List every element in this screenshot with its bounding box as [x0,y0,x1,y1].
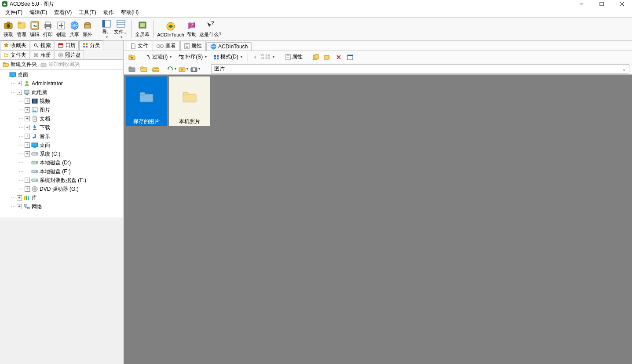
expand-icon[interactable]: + [17,81,22,86]
tab-favorites[interactable]: 收藏夹 [0,40,29,50]
menu-view[interactable]: 查看(V) [51,8,75,17]
tree-node[interactable]: ⋯+文档 [1,114,123,123]
help-button[interactable]: ?帮助 [185,18,198,40]
desktop-icon [9,72,16,78]
expand-icon[interactable]: + [25,116,30,121]
tree-node[interactable]: ⋯+系统封装数据盘 (F:) [1,176,123,185]
svg-point-7 [7,24,10,28]
manage-button[interactable]: 管理 [15,18,28,40]
tab-search[interactable]: 搜索 [30,40,54,50]
tab-categories[interactable]: 分类 [79,40,103,50]
delete-button[interactable] [334,52,343,62]
expand-icon[interactable]: + [25,98,30,104]
new-folder-button[interactable]: 新建文件夹 [3,61,37,68]
svg-rect-86 [217,55,219,57]
menu-actions[interactable]: 动作 [100,8,117,17]
tree-node[interactable]: ⋯+音乐 [1,132,123,141]
tab-view[interactable]: 查看 [153,41,180,51]
acquire-button[interactable]: 获取 [2,18,15,40]
tree-node[interactable]: ⋯+DVD 驱动器 (G:) [1,185,123,193]
tree-node[interactable]: ⋯+系统 (C:) [1,149,123,158]
toolbar-separator [140,53,140,62]
refresh-icon[interactable]: ▾ [166,64,177,74]
folder-icon-1[interactable] [127,64,137,74]
share-button[interactable]: 共享 [68,18,81,40]
properties-button[interactable]: 属性 [283,52,305,62]
thumbnail-area[interactable]: 保存的图片本机照片 [124,75,632,364]
expand-icon[interactable]: + [25,107,30,113]
expand-icon [25,160,30,165]
tree-label: 音乐 [40,133,50,140]
svg-point-29 [34,44,37,46]
filelist-button[interactable]: 文件...▾ [113,18,128,40]
create-button[interactable]: 创建 [55,18,68,40]
maximize-button[interactable] [592,0,612,8]
favorites-folder-icon[interactable]: ▾ [178,64,189,74]
tree-node[interactable]: ⋯本地磁盘 (D:) [1,158,123,167]
expand-icon[interactable]: + [25,142,30,148]
tree-node[interactable]: ⋯+视频 [1,97,123,106]
tree-label: DVD 驱动器 (G:) [40,186,79,193]
svg-point-106 [193,68,195,71]
print-button[interactable]: 打印 [41,18,55,40]
collapse-icon[interactable]: - [17,90,22,95]
history-icon[interactable]: ▾ [190,64,201,74]
toolbar-group-2: 导...▾ 文件...▾ [100,18,128,39]
menu-help[interactable]: 帮助(H) [117,8,142,17]
expand-icon[interactable]: + [25,178,30,183]
audio-button[interactable]: 音频▾ [251,52,277,62]
tab-calendar[interactable]: 日历 [55,40,79,50]
svg-rect-98 [347,55,353,56]
minimize-button[interactable] [571,0,592,8]
expand-icon[interactable]: + [25,134,30,139]
open-folder-icon[interactable] [150,64,161,74]
sort-button[interactable]: AZ排序(S)▾ [176,52,209,62]
svg-point-40 [60,55,62,56]
menu-tools[interactable]: 工具(T) [75,8,99,17]
tab-folders[interactable]: 文件夹 [0,50,29,59]
whatsthis-button[interactable]: ?这是什么? [198,18,222,40]
thumbnail-item[interactable]: 本机照片 [169,76,210,362]
folder-icon-2[interactable] [139,64,149,74]
tree-node[interactable]: ⋯+网络 [1,202,123,211]
thumbnail-item[interactable]: 保存的图片 [126,76,167,362]
extras-button[interactable]: 额外 [81,18,94,40]
expand-icon[interactable]: + [25,186,30,192]
tree-node[interactable]: ⋯-此电脑 [1,88,123,97]
folder-tree[interactable]: 桌面⋯+Administrator⋯-此电脑⋯+视频⋯+图片⋯+文档⋯+下载⋯+… [0,69,123,218]
menu-file[interactable]: 文件(F) [2,8,26,17]
tree-node[interactable]: ⋯本地磁盘 (E:) [1,167,123,176]
expand-icon[interactable]: + [25,151,30,157]
menu-edit[interactable]: 编辑(E) [26,8,51,17]
fullscreen-button[interactable]: 全屏幕 [134,18,150,40]
tree-node[interactable]: ⋯+桌面 [1,141,123,149]
tab-acdintouch[interactable]: ACDInTouch [206,42,252,51]
expand-icon[interactable]: + [25,125,30,130]
move-button[interactable] [322,52,332,62]
tree-node[interactable]: ⋯+库 [1,193,123,202]
expand-icon[interactable]: + [17,204,22,209]
drive-icon [31,177,38,183]
tree-node[interactable]: ⋯+图片 [1,106,123,114]
tree-node[interactable]: ⋯+Administrator [1,79,123,88]
chevron-down-icon[interactable]: ⌄ [622,66,626,72]
filter-button[interactable]: 过滤(I)▾ [143,52,174,62]
mode-button[interactable]: 模式(D)▾ [211,52,245,62]
acdintouch-button[interactable]: ACDInTouch [156,18,185,40]
up-folder-button[interactable] [127,52,137,62]
tab-file[interactable]: 文件 [127,41,152,51]
tree-node[interactable]: ⋯+下载 [1,123,123,132]
tab-albums[interactable]: 相册 [30,50,54,59]
navpane-button[interactable]: 导...▾ [100,18,113,40]
tree-node[interactable]: 桌面 [1,70,123,79]
tab-properties[interactable]: 属性 [180,41,206,51]
tab-photodiscs[interactable]: 照片盘 [55,50,84,59]
calendar-button[interactable] [345,52,355,62]
add-favorite-icon [40,62,47,67]
expand-icon[interactable]: + [17,195,22,200]
edit-button[interactable]: 编辑 [28,18,41,40]
breadcrumb-bar[interactable]: 图片 ⌄ [211,64,629,74]
close-button[interactable] [612,0,632,8]
add-favorite-button[interactable]: 添加到收藏夹 [40,61,80,68]
copy-button[interactable] [311,52,321,62]
